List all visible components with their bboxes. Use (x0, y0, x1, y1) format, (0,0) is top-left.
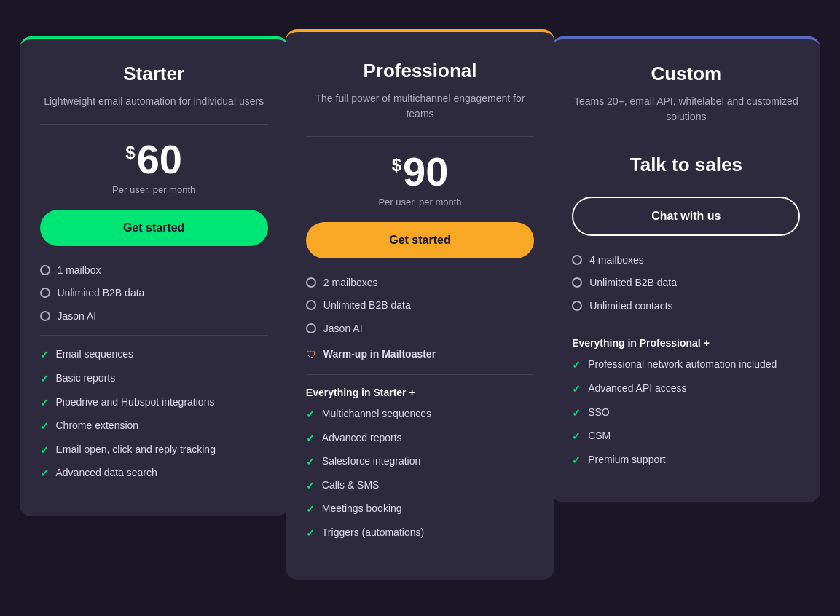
list-item: ✓Chrome extension (40, 419, 268, 434)
feature-label: 4 mailboxes (589, 253, 644, 268)
starter-price-period: Per user, per month (40, 184, 268, 195)
starter-get-started-button[interactable]: Get started (40, 210, 268, 246)
list-item: Unlimited B2B data (306, 299, 534, 313)
professional-check-features: ✓Multichannel sequences ✓Advanced report… (306, 407, 534, 541)
professional-price-period: Per user, per month (306, 197, 534, 208)
list-item: ✓Pipedrive and Hubspot integrations (40, 395, 268, 411)
feature-label: Advanced reports (322, 431, 402, 446)
custom-divider (572, 325, 800, 325)
professional-price-block: $90 Per user, per month (306, 151, 534, 208)
feature-label: Unlimited B2B data (58, 286, 145, 301)
custom-plan-description: Teams 20+, email API, whitelabel and cus… (572, 94, 800, 125)
shield-icon: 🛡 (306, 348, 316, 363)
feature-label: 1 mailbox (58, 264, 101, 278)
circle-icon (572, 255, 582, 265)
check-icon: ✓ (40, 372, 49, 387)
pricing-container: Starter Lightweight email automation for… (20, 36, 821, 580)
feature-label: Calls & SMS (322, 478, 380, 493)
list-item: ✓SSO (572, 406, 800, 421)
list-item: Jason AI (306, 322, 534, 336)
feature-label: Advanced API access (588, 382, 686, 396)
list-item: ✓CSM (572, 429, 800, 444)
list-item: ✓Advanced data search (40, 466, 268, 481)
list-item: ✓Meetings booking (306, 502, 534, 517)
check-icon: ✓ (306, 455, 315, 470)
professional-core-features: 2 mailboxes Unlimited B2B data Jason AI (306, 276, 534, 336)
check-icon: ✓ (40, 348, 49, 363)
feature-label: Multichannel sequences (322, 407, 431, 422)
custom-check-features: ✓Professional network automation include… (572, 358, 800, 467)
starter-price-number: 60 (137, 136, 182, 182)
feature-label: Jason AI (323, 322, 363, 336)
feature-label: SSO (588, 406, 610, 420)
professional-price-number: 90 (403, 149, 448, 194)
starter-core-features: 1 mailbox Unlimited B2B data Jason AI (40, 264, 268, 324)
feature-label: Meetings booking (322, 502, 402, 516)
check-icon: ✓ (572, 358, 581, 373)
list-item: ✓Advanced API access (572, 382, 800, 397)
warmup-label: Warm-up in Mailtoaster (323, 347, 436, 362)
check-icon: ✓ (306, 526, 315, 541)
professional-warmup-feature: 🛡 Warm-up in Mailtoaster (306, 347, 534, 363)
feature-label: Advanced data search (56, 466, 157, 481)
starter-plan-title: Starter (40, 63, 268, 85)
starter-price-block: $60 Per user, per month (40, 139, 268, 195)
check-icon: ✓ (572, 430, 581, 444)
talk-to-sales-label: Talk to sales (572, 154, 800, 176)
circle-icon (306, 277, 316, 288)
check-icon: ✓ (306, 408, 315, 422)
feature-label: Chrome extension (56, 419, 139, 433)
check-icon: ✓ (40, 443, 49, 458)
list-item: ✓Advanced reports (306, 431, 534, 446)
feature-label: Salesforce integration (322, 454, 420, 469)
feature-label: Professional network automation included (588, 358, 777, 372)
list-item: ✓Salesforce integration (306, 454, 534, 470)
check-icon: ✓ (40, 467, 49, 481)
list-item: ✓Premium support (572, 453, 800, 468)
list-item: 4 mailboxes (572, 253, 800, 268)
list-item: Unlimited B2B data (40, 286, 268, 301)
circle-icon (40, 311, 50, 321)
feature-label: Premium support (588, 453, 666, 467)
feature-label: Jason AI (58, 309, 97, 324)
list-item: 2 mailboxes (306, 276, 534, 291)
custom-chat-button[interactable]: Chat with us (572, 197, 800, 236)
list-item: ✓Email open, click and reply tracking (40, 443, 268, 458)
starter-divider-2 (40, 335, 268, 336)
feature-label: 2 mailboxes (323, 276, 378, 291)
professional-divider-2 (306, 374, 534, 375)
circle-icon (40, 265, 50, 275)
custom-plan-title: Custom (572, 63, 800, 85)
list-item: ✓Professional network automation include… (572, 358, 800, 373)
list-item: 1 mailbox (40, 264, 268, 278)
check-icon: ✓ (40, 396, 49, 411)
circle-icon (572, 277, 582, 288)
list-item: ✓Email sequences (40, 347, 268, 363)
professional-plan-title: Professional (306, 60, 534, 82)
feature-label: Unlimited B2B data (589, 276, 677, 291)
professional-plan-card: Professional The full power of multichan… (286, 29, 554, 580)
starter-plan-card: Starter Lightweight email automation for… (20, 36, 288, 516)
feature-label: Unlimited B2B data (323, 299, 411, 313)
starter-plan-description: Lightweight email automation for individ… (40, 94, 268, 109)
list-item: Jason AI (40, 309, 268, 324)
list-item: Unlimited contacts (572, 299, 800, 314)
starter-price-amount: $60 (40, 139, 268, 180)
list-item: 🛡 Warm-up in Mailtoaster (306, 347, 534, 363)
professional-plan-description: The full power of multichannel engagemen… (306, 91, 534, 122)
feature-label: Email sequences (56, 347, 134, 362)
circle-icon (40, 288, 50, 298)
list-item: ✓Calls & SMS (306, 478, 534, 494)
professional-price-dollar: $ (392, 155, 401, 175)
check-icon: ✓ (306, 502, 315, 517)
custom-core-features: 4 mailboxes Unlimited B2B data Unlimited… (572, 253, 800, 314)
professional-price-amount: $90 (306, 151, 534, 192)
feature-label: Unlimited contacts (589, 299, 672, 314)
list-item: ✓Multichannel sequences (306, 407, 534, 422)
starter-divider-1 (40, 124, 268, 125)
feature-label: Basic reports (56, 371, 116, 386)
feature-label: Triggers (automations) (322, 526, 424, 540)
starter-price-dollar: $ (125, 143, 135, 162)
feature-label: Pipedrive and Hubspot integrations (56, 395, 215, 410)
professional-get-started-button[interactable]: Get started (306, 222, 534, 258)
